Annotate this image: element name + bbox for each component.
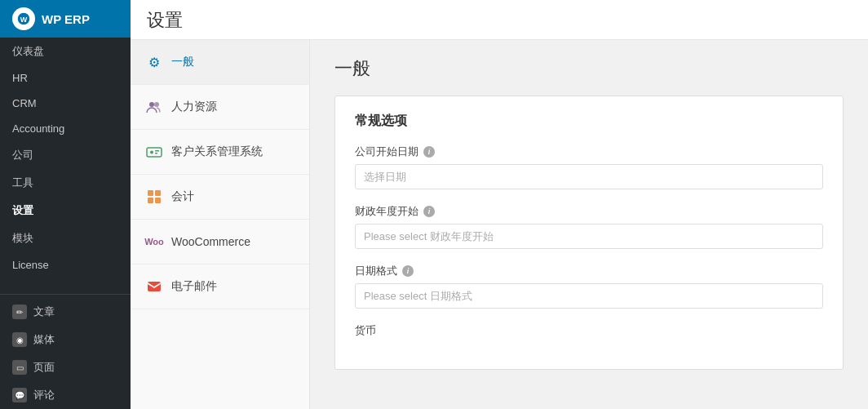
settings-menu-hr[interactable]: 人力资源 bbox=[131, 85, 309, 130]
posts-icon: ✏ bbox=[12, 305, 27, 319]
settings-menu-general[interactable]: ⚙ 一般 bbox=[131, 40, 309, 85]
svg-rect-10 bbox=[148, 198, 153, 203]
sidebar-item-license[interactable]: License bbox=[0, 252, 131, 278]
sidebar-item-settings[interactable]: 设置 bbox=[0, 197, 131, 225]
pages-icon: ▭ bbox=[12, 360, 27, 375]
svg-rect-6 bbox=[155, 150, 159, 152]
settings-menu-woocommerce[interactable]: Woo WooCommerce bbox=[131, 220, 309, 265]
logo-text: WP ERP bbox=[42, 12, 90, 26]
sidebar-bottom-menu: ✏ 文章 ◉ 媒体 ▭ 页面 💬 评论 bbox=[0, 298, 131, 409]
email-icon bbox=[145, 278, 163, 296]
sidebar-item-comments[interactable]: 💬 评论 bbox=[0, 381, 131, 409]
settings-card: 常规选项 公司开始日期 i 财政年度开始 i Plea bbox=[334, 96, 844, 370]
svg-rect-7 bbox=[155, 153, 157, 154]
start-date-label: 公司开始日期 i bbox=[355, 144, 823, 159]
general-icon: ⚙ bbox=[145, 53, 163, 71]
sidebar-divider bbox=[0, 294, 131, 295]
comments-label: 评论 bbox=[33, 388, 55, 402]
sidebar-logo[interactable]: W WP ERP bbox=[0, 0, 131, 38]
email-label: 电子邮件 bbox=[171, 279, 217, 294]
content-layout: ⚙ 一般 人力资源 bbox=[131, 40, 868, 409]
page-header: 设置 bbox=[131, 0, 868, 40]
sidebar-item-posts[interactable]: ✏ 文章 bbox=[0, 298, 131, 326]
date-format-info-icon: i bbox=[402, 265, 414, 277]
settings-menu-crm[interactable]: 客户关系管理系统 bbox=[131, 130, 309, 175]
settings-sidebar: ⚙ 一般 人力资源 bbox=[131, 40, 310, 409]
form-group-currency: 货币 bbox=[355, 323, 823, 338]
accounting-icon bbox=[145, 188, 163, 206]
svg-point-2 bbox=[149, 102, 154, 107]
form-group-fiscal-year: 财政年度开始 i Please select 财政年度开始 bbox=[355, 204, 823, 249]
fiscal-year-info-icon: i bbox=[423, 206, 435, 217]
media-label: 媒体 bbox=[33, 332, 55, 347]
settings-menu: ⚙ 一般 人力资源 bbox=[131, 40, 309, 309]
sidebar-item-modules[interactable]: 模块 bbox=[0, 225, 131, 252]
svg-point-5 bbox=[150, 151, 153, 154]
fiscal-year-label: 财政年度开始 i bbox=[355, 204, 823, 219]
sidebar-menu: 仪表盘 HR CRM Accounting 公司 工具 设置 模块 Licens… bbox=[0, 38, 131, 291]
woocommerce-icon: Woo bbox=[145, 233, 163, 251]
fiscal-year-select[interactable]: Please select 财政年度开始 bbox=[355, 224, 823, 249]
crm-label: 客户关系管理系统 bbox=[171, 144, 263, 159]
settings-content: 一般 常规选项 公司开始日期 i 财政年度开始 i bbox=[310, 40, 868, 409]
start-date-input[interactable] bbox=[355, 164, 823, 189]
svg-point-3 bbox=[154, 102, 159, 107]
sidebar-item-company[interactable]: 公司 bbox=[0, 141, 131, 169]
general-label: 一般 bbox=[171, 55, 194, 69]
svg-text:W: W bbox=[20, 16, 28, 24]
posts-label: 文章 bbox=[33, 305, 55, 319]
sidebar-item-accounting[interactable]: Accounting bbox=[0, 116, 131, 141]
main-wrapper: 设置 ⚙ 一般 bbox=[131, 0, 868, 409]
sidebar-item-hr[interactable]: HR bbox=[0, 65, 131, 91]
woocommerce-label: WooCommerce bbox=[171, 235, 250, 248]
date-format-label: 日期格式 i bbox=[355, 264, 823, 278]
sidebar-item-tools[interactable]: 工具 bbox=[0, 169, 131, 197]
svg-rect-4 bbox=[147, 148, 162, 157]
svg-rect-12 bbox=[148, 282, 161, 291]
pages-label: 页面 bbox=[33, 360, 55, 375]
section-title: 一般 bbox=[334, 56, 844, 81]
comments-icon: 💬 bbox=[12, 388, 27, 402]
sidebar: W WP ERP 仪表盘 HR CRM Accounting 公司 工具 设置 … bbox=[0, 0, 131, 409]
form-group-date-format: 日期格式 i Please select 日期格式 bbox=[355, 264, 823, 309]
accounting-label: 会计 bbox=[171, 189, 194, 204]
logo-icon: W bbox=[12, 7, 35, 30]
card-section-title: 常规选项 bbox=[355, 113, 823, 130]
svg-rect-8 bbox=[148, 190, 153, 196]
page-title: 设置 bbox=[147, 8, 852, 39]
form-group-start-date: 公司开始日期 i bbox=[355, 144, 823, 189]
svg-rect-9 bbox=[155, 190, 161, 196]
settings-menu-email[interactable]: 电子邮件 bbox=[131, 265, 309, 309]
svg-rect-11 bbox=[155, 198, 161, 203]
sidebar-item-media[interactable]: ◉ 媒体 bbox=[0, 326, 131, 353]
settings-menu-accounting[interactable]: 会计 bbox=[131, 175, 309, 220]
sidebar-item-dashboard[interactable]: 仪表盘 bbox=[0, 38, 131, 65]
sidebar-item-pages[interactable]: ▭ 页面 bbox=[0, 353, 131, 381]
date-format-select[interactable]: Please select 日期格式 bbox=[355, 283, 823, 309]
media-icon: ◉ bbox=[12, 332, 27, 347]
currency-label: 货币 bbox=[355, 323, 823, 338]
hr-icon bbox=[145, 98, 163, 116]
hr-label: 人力资源 bbox=[171, 100, 217, 114]
sidebar-item-crm[interactable]: CRM bbox=[0, 91, 131, 116]
start-date-info-icon: i bbox=[423, 146, 435, 158]
crm-icon bbox=[145, 143, 163, 161]
